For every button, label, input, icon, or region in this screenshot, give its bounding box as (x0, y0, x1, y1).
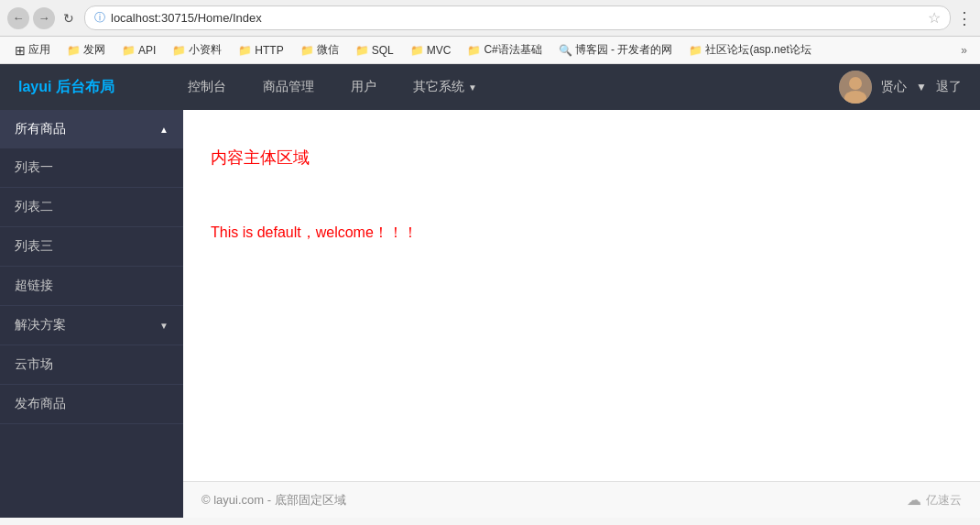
sidebar: 所有商品 ▲ 列表一 列表二 列表三 超链接 解决方案 ▼ 云市场 发布商品 (0, 110, 183, 518)
avatar (839, 71, 872, 104)
link-icon: 🔍 (559, 44, 572, 57)
footer-copyright: © layui.com - 底部固定区域 (201, 492, 346, 509)
bookmark-http-label: HTTP (255, 44, 283, 57)
nav-item-other[interactable]: 其它系统 ▼ (413, 79, 477, 95)
chevron-up-icon: ▲ (159, 125, 169, 135)
sidebar-item-list1[interactable]: 列表一 (0, 148, 183, 188)
bookmark-csharp[interactable]: 📁 C#语法基础 (460, 40, 549, 60)
bookmark-mvc[interactable]: 📁 MVC (403, 42, 459, 59)
folder-icon: 📁 (300, 44, 314, 57)
bookmark-fawang[interactable]: 📁 发网 (60, 40, 113, 60)
user-name[interactable]: 贤心 (881, 79, 907, 95)
bookmark-apps[interactable]: ⊞ 应用 (7, 40, 58, 60)
bookmark-sql-label: SQL (372, 44, 394, 57)
bookmark-api-label: API (138, 44, 156, 57)
sidebar-group-all-products[interactable]: 所有商品 ▲ (0, 110, 183, 148)
folder-icon: 📁 (172, 44, 186, 57)
forward-button[interactable]: → (33, 7, 55, 29)
browser-menu-button[interactable]: ⋮ (956, 8, 973, 28)
brand-logo: layui 后台布局 (18, 78, 114, 97)
bookmarks-bar: ⊞ 应用 📁 发网 📁 API 📁 小资料 📁 HTTP 📁 微信 📁 SQL (0, 37, 980, 64)
sidebar-item-list3[interactable]: 列表三 (0, 227, 183, 267)
bookmark-http[interactable]: 📁 HTTP (231, 42, 290, 59)
folder-icon: 📁 (67, 44, 81, 57)
nav-menu: 控制台 商品管理 用户 其它系统 ▼ (188, 79, 839, 95)
bookmark-bokeyuan-label: 博客园 - 开发者的网 (575, 42, 673, 58)
main-layout: 所有商品 ▲ 列表一 列表二 列表三 超链接 解决方案 ▼ 云市场 发布商品 (0, 110, 980, 518)
sidebar-group-solutions[interactable]: 解决方案 ▼ (0, 306, 183, 345)
content-footer: © layui.com - 底部固定区域 ☁ 亿速云 (183, 481, 980, 518)
content-area: 内容主体区域 This is default，welcome！！！ © layu… (183, 110, 980, 518)
svg-point-1 (849, 77, 862, 90)
bookmark-weixin-label: 微信 (317, 42, 339, 58)
bookmark-shequ[interactable]: 📁 社区论坛(asp.net论坛 (681, 40, 818, 60)
content-title: 内容主体区域 (211, 147, 953, 169)
address-bar: ⓘ ☆ (84, 5, 951, 30)
bookmark-star-button[interactable]: ☆ (928, 9, 941, 27)
bookmark-weixin[interactable]: 📁 微信 (293, 40, 346, 60)
sidebar-item-publish-product[interactable]: 发布商品 (0, 385, 183, 424)
bookmark-sql[interactable]: 📁 SQL (348, 42, 401, 59)
chevron-down-icon: ▼ (159, 321, 169, 331)
bookmark-fawang-label: 发网 (83, 42, 105, 58)
bookmark-csharp-label: C#语法基础 (484, 42, 541, 58)
user-dropdown-icon: ▼ (916, 81, 927, 93)
cloud-icon: ☁ (907, 491, 921, 509)
bookmark-mvc-label: MVC (427, 44, 452, 57)
folder-icon: 📁 (467, 44, 481, 57)
footer-logo-text: 亿速云 (926, 492, 962, 509)
secure-icon: ⓘ (94, 10, 105, 26)
apps-icon: ⊞ (15, 43, 26, 58)
address-input[interactable] (111, 11, 922, 25)
chevron-down-icon: ▼ (468, 82, 477, 93)
nav-other-label: 其它系统 (413, 79, 464, 95)
folder-icon: 📁 (355, 44, 369, 57)
nav-right: 贤心 ▼ 退了 (839, 71, 962, 104)
logout-button[interactable]: 退了 (936, 79, 962, 95)
nav-item-users[interactable]: 用户 (351, 79, 376, 95)
back-button[interactable]: ← (7, 7, 29, 29)
bookmark-apps-label: 应用 (28, 42, 50, 58)
sidebar-item-hyperlink[interactable]: 超链接 (0, 267, 183, 306)
avatar-image (839, 71, 872, 104)
bookmark-xiaoziliao-label: 小资料 (189, 42, 222, 58)
folder-icon: 📁 (689, 44, 702, 57)
bookmarks-more-button[interactable]: » (955, 42, 973, 59)
sidebar-item-cloud-market[interactable]: 云市场 (0, 345, 183, 385)
top-nav: layui 后台布局 控制台 商品管理 用户 其它系统 ▼ (0, 64, 980, 110)
app-container: layui 后台布局 控制台 商品管理 用户 其它系统 ▼ (0, 64, 980, 518)
bookmark-api[interactable]: 📁 API (114, 42, 163, 59)
bookmark-bokeyuan[interactable]: 🔍 博客园 - 开发者的网 (551, 40, 681, 60)
footer-logo: ☁ 亿速云 (907, 491, 962, 509)
sidebar-item-list2[interactable]: 列表二 (0, 188, 183, 227)
bookmark-shequ-label: 社区论坛(asp.net论坛 (705, 42, 811, 58)
folder-icon: 📁 (238, 44, 252, 57)
folder-icon: 📁 (410, 44, 424, 57)
nav-item-products[interactable]: 商品管理 (263, 79, 314, 95)
bookmark-xiaoziliao[interactable]: 📁 小资料 (165, 40, 229, 60)
refresh-button[interactable]: ↻ (59, 8, 79, 28)
nav-item-dashboard[interactable]: 控制台 (188, 79, 226, 95)
nav-buttons: ← → ↻ (7, 7, 79, 29)
content-main: 内容主体区域 This is default，welcome！！！ (183, 110, 980, 481)
folder-icon: 📁 (122, 44, 136, 57)
sidebar-group-all-products-label: 所有商品 (15, 121, 66, 137)
sidebar-group-solutions-label: 解决方案 (15, 317, 66, 334)
content-body-text: This is default，welcome！！！ (211, 224, 953, 243)
